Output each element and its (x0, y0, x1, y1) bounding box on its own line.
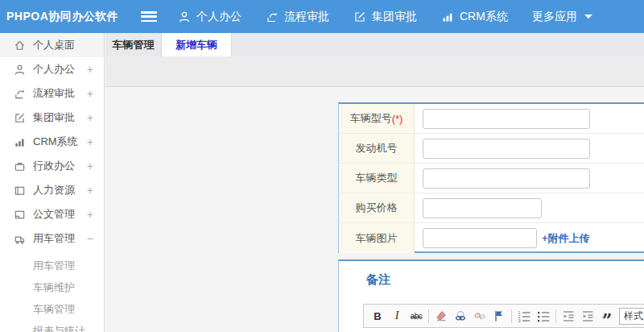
vehicle-form-panel: 车辆型号(*) 发动机号 车辆类型 购买价格 车辆图片 +附件上传 (338, 102, 644, 253)
notes-title: 备注 (366, 272, 644, 288)
expand-icon[interactable]: + (87, 87, 93, 100)
caret-down-icon (584, 15, 592, 19)
sidebar-item-personal-desktop[interactable]: 个人桌面 (0, 33, 104, 57)
form-row-engine: 发动机号 (339, 134, 644, 164)
sidebar-item-human-resources[interactable]: 人力资源 + (0, 178, 104, 202)
nav-label: 个人办公 (196, 10, 242, 24)
notes-panel: 备注 B I abc 123 ” (338, 259, 644, 332)
workflow-icon (266, 10, 279, 23)
nav-label: 流程审批 (284, 10, 329, 24)
label-text: 车辆型号 (350, 111, 392, 126)
workflow-icon (14, 88, 26, 100)
svg-text:3: 3 (518, 318, 521, 322)
tab-bar: 车辆管理 新增车辆 (105, 33, 644, 56)
nav-more-apps[interactable]: 更多应用 (532, 10, 592, 24)
sidebar-item-label: 个人办公 (33, 62, 75, 77)
style-dropdown-label: 样式 (624, 309, 643, 323)
field-label: 发动机号 (339, 134, 415, 163)
sidebar-item-label: 人力资源 (33, 183, 75, 197)
expand-icon[interactable]: + (87, 184, 93, 197)
ordered-list-button[interactable]: 123 (517, 309, 531, 323)
unordered-list-button[interactable] (536, 309, 551, 323)
sidebar-subitem-vehicle-maintenance[interactable]: 车辆维护 (0, 276, 104, 298)
nav-workflow-approval[interactable]: 流程审批 (266, 10, 329, 24)
sidebar-item-crm-system[interactable]: CRM系统 + (0, 130, 104, 154)
user-icon (14, 64, 26, 76)
briefcase-icon (14, 160, 26, 172)
purchase-price-input[interactable] (423, 198, 542, 218)
tab-add-vehicle[interactable]: 新增车辆 (162, 33, 232, 56)
outdent-button[interactable] (561, 309, 576, 323)
toolbar-divider (511, 309, 512, 323)
sidebar-item-label: 流程审批 (33, 86, 75, 101)
hamburger-menu-icon[interactable] (141, 11, 157, 22)
sidebar-item-workflow-approval[interactable]: 流程审批 + (0, 81, 104, 106)
home-icon (14, 39, 26, 52)
field-label: 车辆图片 (339, 223, 415, 253)
nav-personal-office[interactable]: 个人办公 (178, 10, 242, 24)
edit-icon (353, 10, 366, 23)
sidebar-subitem-vehicle-use[interactable]: 用车管理 (0, 255, 104, 276)
sidebar-subitem-vehicle-manage[interactable]: 车辆管理 (0, 298, 104, 320)
sidebar-item-document-management[interactable]: 公文管理 + (0, 202, 104, 226)
nav-label: 集团审批 (372, 10, 417, 24)
toolbar-strip (105, 56, 644, 87)
expand-icon[interactable]: + (87, 208, 93, 221)
expand-icon[interactable]: + (87, 135, 93, 148)
sidebar-item-admin-office[interactable]: 行政办公 + (0, 154, 104, 178)
nav-label: 更多应用 (532, 10, 577, 24)
vehicle-model-input[interactable] (423, 109, 590, 129)
vehicle-image-input[interactable] (423, 228, 537, 248)
unlink-icon[interactable] (473, 309, 487, 323)
form-row-price: 购买价格 (339, 193, 644, 223)
sidebar-item-group-approval[interactable]: 集团审批 + (0, 106, 104, 130)
sidebar-submenu-vehicle: 用车管理 车辆维护 车辆管理 报表与统计 (0, 251, 104, 332)
richtext-editor-toolbar: B I abc 123 ” 样式 (363, 304, 644, 328)
expand-icon[interactable]: + (87, 160, 93, 172)
bar-chart-icon (441, 10, 454, 23)
nav-group-approval[interactable]: 集团审批 (353, 10, 417, 24)
attachment-upload-link[interactable]: +附件上传 (542, 231, 590, 246)
sidebar-item-label: 行政办公 (33, 159, 75, 173)
blockquote-button[interactable]: ” (600, 309, 614, 323)
sidebar: 个人桌面 个人办公 + 流程审批 + 集团审批 + CRM系统 + 行政办公 +… (0, 33, 105, 332)
expand-icon[interactable]: + (87, 111, 93, 124)
bold-button[interactable]: B (370, 309, 385, 323)
edit-icon (14, 112, 26, 124)
link-icon[interactable] (453, 309, 468, 323)
collapse-icon[interactable]: − (87, 232, 93, 245)
sidebar-item-personal-office[interactable]: 个人办公 + (0, 57, 104, 81)
nav-label: CRM系统 (460, 10, 508, 24)
italic-button[interactable]: I (390, 309, 404, 323)
sidebar-item-vehicle-management[interactable]: 用车管理 − (0, 226, 104, 251)
remove-format-button[interactable] (434, 309, 448, 323)
sidebar-item-label: 个人桌面 (33, 38, 75, 52)
sidebar-item-label: CRM系统 (33, 135, 78, 149)
nav-crm-system[interactable]: CRM系统 (441, 10, 508, 24)
toolbar-divider (555, 309, 556, 323)
tab-vehicle-management[interactable]: 车辆管理 (105, 33, 162, 56)
form-row-image: 车辆图片 +附件上传 (339, 223, 644, 253)
app-logo[interactable]: PHPOA协同办公软件 (0, 10, 141, 24)
style-dropdown[interactable]: 样式 (619, 308, 644, 325)
indent-button[interactable] (580, 309, 595, 323)
sidebar-item-label: 公文管理 (33, 207, 75, 222)
form-row-model: 车辆型号(*) (339, 104, 644, 134)
engine-number-input[interactable] (423, 139, 590, 159)
sidebar-subitem-report-statistics[interactable]: 报表与统计 (0, 320, 104, 332)
form-row-type: 车辆类型 (339, 164, 644, 193)
top-navbar: PHPOA协同办公软件 个人办公 流程审批 集团审批 CRM系统 更多应用 (0, 0, 644, 33)
sidebar-item-label: 用车管理 (33, 231, 75, 246)
vehicle-type-input[interactable] (423, 168, 590, 189)
expand-icon[interactable]: + (87, 63, 93, 76)
toolbar-divider (428, 309, 429, 323)
document-icon (14, 209, 26, 221)
field-label: 车辆类型 (339, 164, 415, 193)
bar-chart-icon (14, 136, 26, 148)
strikethrough-button[interactable]: abc (409, 309, 423, 323)
required-marker: (*) (392, 113, 403, 125)
field-label: 车辆型号(*) (339, 104, 415, 133)
truck-icon (14, 233, 26, 245)
field-label: 购买价格 (339, 193, 415, 222)
anchor-flag-button[interactable] (492, 309, 506, 323)
